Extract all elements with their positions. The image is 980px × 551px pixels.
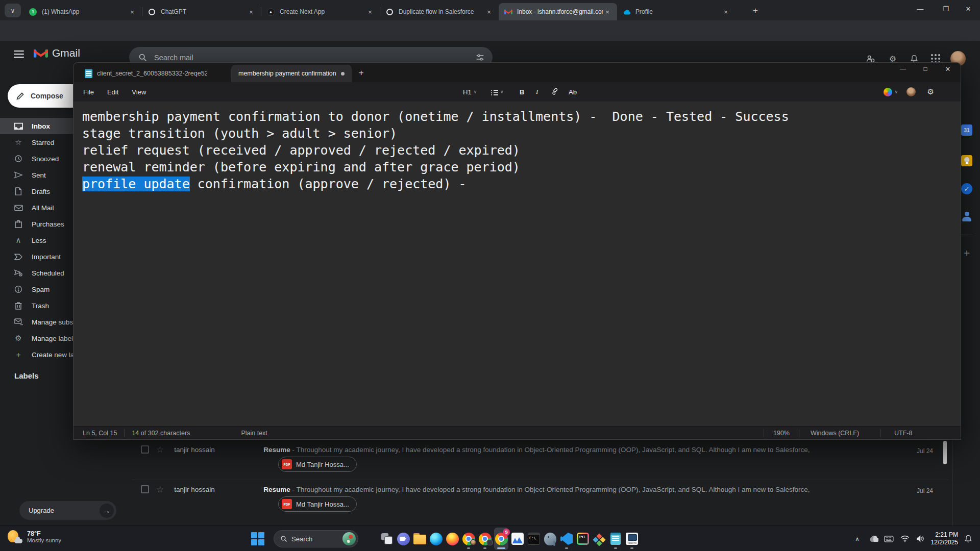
tab-whatsapp[interactable]: 1 (1) WhatsApp ×	[23, 3, 142, 20]
vscode-button[interactable]	[559, 528, 574, 550]
list-style-button[interactable]: ∨	[487, 86, 508, 97]
close-tab-icon[interactable]: ×	[603, 7, 612, 16]
onedrive-cloud-icon[interactable]	[868, 536, 879, 542]
whatsapp-icon: 1	[29, 8, 37, 16]
tab-salesforce-profile[interactable]: Profile ×	[617, 3, 736, 20]
new-tab-button[interactable]: +	[749, 5, 762, 17]
italic-button[interactable]: I	[532, 86, 542, 98]
notepad-new-tab-button[interactable]: +	[359, 68, 364, 78]
pencil-icon	[16, 92, 24, 101]
gmail-logo: Gmail	[34, 47, 80, 59]
edge-button[interactable]	[429, 528, 443, 550]
email-checkbox[interactable]	[141, 445, 149, 454]
menu-view[interactable]: View	[125, 86, 153, 98]
chevron-down-icon: ∨	[500, 89, 504, 94]
star-icon[interactable]: ☆	[156, 444, 164, 455]
spam-icon	[13, 285, 23, 293]
main-menu-icon[interactable]	[14, 51, 24, 58]
tab-search-button[interactable]: ∨	[5, 4, 21, 17]
notepad-close-button[interactable]: ✕	[939, 65, 957, 73]
chrome-salesforce-button[interactable]: S	[494, 528, 508, 550]
star-icon[interactable]: ☆	[156, 484, 164, 495]
strikethrough-button[interactable]: Ab	[565, 86, 581, 98]
photos-app-button[interactable]	[510, 528, 525, 550]
tab-chatgpt[interactable]: ChatGPT ×	[142, 3, 261, 20]
upgrade-button[interactable]: Upgrade →	[19, 501, 116, 520]
search-icon[interactable]	[138, 53, 147, 62]
editor-text: membership payment confirmation to donor…	[82, 108, 789, 192]
taskbar-search[interactable]: Search	[274, 530, 358, 547]
list-scrollbar[interactable]	[943, 441, 947, 464]
notepad-settings-gear-icon[interactable]: ⚙	[927, 87, 934, 96]
chrome-profile-button[interactable]	[461, 528, 476, 550]
taskpro-icon	[626, 533, 638, 545]
firefox-button[interactable]	[445, 528, 459, 550]
copilot-button[interactable]: ∨	[884, 88, 898, 96]
notepad-maximize-button[interactable]: □	[917, 65, 934, 72]
close-tab-icon[interactable]: ×	[128, 7, 137, 16]
get-addons-plus-icon[interactable]: ＋	[960, 246, 973, 259]
email-sender: tanjir hossain	[174, 446, 263, 454]
bold-button[interactable]: B	[516, 86, 528, 98]
touch-keyboard-icon[interactable]	[884, 536, 895, 542]
menu-edit[interactable]: Edit	[101, 86, 125, 98]
close-tab-icon[interactable]: ×	[365, 7, 375, 16]
tab-create-next-app[interactable]: ▲ Create Next App ×	[261, 3, 380, 20]
task-view-button[interactable]	[380, 528, 394, 550]
email-row[interactable]: ☆ tanjir hossain Resume - Throughout my …	[132, 440, 948, 480]
volume-icon[interactable]	[915, 535, 926, 542]
notification-bell-icon[interactable]	[963, 535, 974, 543]
email-checkbox[interactable]	[141, 485, 149, 493]
email-snippet: - Throughout my academic journey, I have…	[290, 446, 811, 454]
chrome-work-button[interactable]	[478, 528, 492, 550]
terminal-button[interactable]: C:\_	[527, 528, 541, 550]
taskpro-app-button[interactable]	[625, 528, 639, 550]
tray-chevron-up-icon[interactable]: ∧	[852, 536, 863, 542]
close-tab-icon[interactable]: ×	[484, 7, 494, 16]
chat-app-button[interactable]	[396, 528, 410, 550]
postgresql-button[interactable]	[543, 528, 557, 550]
weather-widget[interactable]: 78°F Mostly sunny	[7, 529, 61, 544]
draft-icon	[13, 187, 23, 195]
pycharm-button[interactable]	[576, 528, 590, 550]
inbox-icon	[13, 122, 23, 130]
quest-app-button[interactable]	[592, 528, 606, 550]
window-minimize-button[interactable]: —	[912, 2, 929, 15]
copilot-icon	[884, 88, 892, 96]
keep-icon[interactable]	[960, 154, 973, 167]
file-explorer-button[interactable]	[412, 528, 427, 550]
chatgpt-icon	[148, 8, 156, 16]
tasks-icon[interactable]: ✓	[960, 182, 973, 195]
notepad-minimize-button[interactable]: —	[894, 65, 912, 72]
profile-badge	[470, 539, 476, 545]
start-button[interactable]	[251, 532, 264, 545]
pdf-icon: PDF	[282, 499, 292, 509]
heading-style-button[interactable]: H1∨	[459, 86, 481, 98]
link-button[interactable]	[547, 86, 564, 98]
contacts-icon[interactable]	[960, 210, 973, 223]
close-tab-icon[interactable]: ×	[247, 7, 256, 16]
arrow-right-icon[interactable]: →	[100, 504, 114, 518]
wifi-icon[interactable]	[899, 535, 911, 542]
notepad-tab-client-secret[interactable]: client_secret_2_60053885332-2reqe52rribc	[78, 65, 231, 82]
attachment-chip[interactable]: PDF Md Tanjir Hossa...	[278, 496, 357, 512]
notepad-file-icon	[85, 69, 92, 78]
notepad-editor[interactable]: membership payment confirmation to donor…	[74, 102, 961, 427]
search-filter-icon[interactable]	[476, 53, 484, 62]
window-maximize-button[interactable]: ❐	[937, 2, 954, 15]
envelope-minus-icon	[13, 318, 23, 325]
menu-file[interactable]: File	[77, 86, 101, 98]
tab-gmail-inbox[interactable]: Inbox - ishann.tforce@gmail.com ×	[499, 3, 617, 20]
chevron-down-icon: ∨	[11, 7, 15, 14]
attachment-chip[interactable]: PDF Md Tanjir Hossa...	[278, 457, 357, 472]
zoom-level[interactable]: 190%	[764, 429, 799, 437]
tab-duplicate-flow[interactable]: Duplicate flow in Salesforce ×	[380, 3, 499, 20]
window-close-button[interactable]: ✕	[960, 2, 977, 15]
notepad-account-avatar[interactable]	[906, 87, 916, 96]
close-tab-icon[interactable]: ×	[721, 7, 730, 16]
taskbar-clock[interactable]: 2:21 PM 12/2/2025	[931, 531, 958, 546]
notepad-app-button[interactable]	[608, 528, 623, 550]
notepad-tab-membership[interactable]: membership payment confirmation	[231, 65, 352, 82]
email-row[interactable]: ☆ tanjir hossain Resume - Throughout my …	[132, 480, 948, 519]
calendar-icon[interactable]: 31	[960, 123, 973, 137]
